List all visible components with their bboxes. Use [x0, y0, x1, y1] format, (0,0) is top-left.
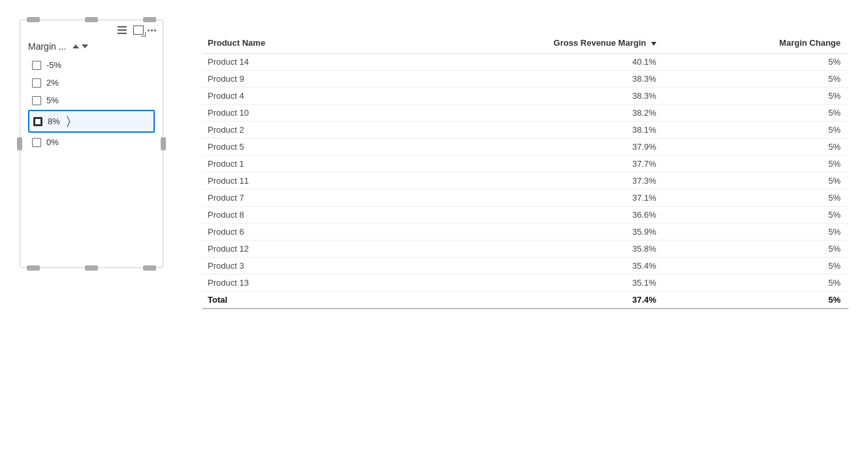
cell-margin-1: 38.3%: [378, 71, 664, 88]
cell-product-2: Product 4: [202, 88, 378, 105]
filter-item-1[interactable]: 2%: [28, 75, 155, 91]
resize-handle-left[interactable]: [17, 137, 22, 150]
table-row: Product 8 36.6% 5%: [202, 207, 848, 224]
cell-margin-11: 35.8%: [378, 241, 664, 258]
table-row: Product 3 35.4% 5%: [202, 258, 848, 275]
cell-product-11: Product 12: [202, 241, 378, 258]
sort-icons: [72, 44, 88, 48]
cell-change-12: 5%: [664, 258, 848, 275]
table-total-row: Total 37.4% 5%: [202, 292, 848, 309]
resize-icon[interactable]: [133, 25, 144, 35]
cell-margin-3: 38.2%: [378, 105, 664, 122]
filter-label-2: 5%: [46, 95, 59, 105]
table-header-row: Product Name Gross Revenue Margin Margin…: [202, 33, 848, 54]
cell-change-10: 5%: [664, 224, 848, 241]
table-row: Product 2 38.1% 5%: [202, 122, 848, 139]
panel-top-icons: [24, 25, 159, 35]
filter-label-1: 2%: [46, 78, 59, 88]
checkbox-2[interactable]: [32, 96, 41, 105]
table-row: Product 13 35.1% 5%: [202, 275, 848, 292]
table-row: Product 7 37.1% 5%: [202, 190, 848, 207]
lines-icon[interactable]: [118, 26, 127, 34]
cell-margin-12: 35.4%: [378, 258, 664, 275]
cell-change-4: 5%: [664, 122, 848, 139]
filter-item-4[interactable]: 0%: [28, 134, 155, 150]
filter-item-2[interactable]: 5%: [28, 92, 155, 109]
filter-label-0: -5%: [46, 60, 61, 70]
resize-handle-bottom-right[interactable]: [143, 265, 156, 271]
cell-product-12: Product 3: [202, 258, 378, 275]
cell-change-7: 5%: [664, 173, 848, 190]
col-header-product: Product Name: [202, 33, 378, 54]
resize-handle-bottom-left[interactable]: [27, 265, 40, 271]
table-row: Product 11 37.3% 5%: [202, 173, 848, 190]
filter-item-0[interactable]: -5%: [28, 57, 155, 73]
filter-label-3: 8%: [48, 116, 60, 126]
table-row: Product 14 40.1% 5%: [202, 54, 848, 71]
cell-change-6: 5%: [664, 156, 848, 173]
data-table: Product Name Gross Revenue Margin Margin…: [202, 33, 848, 309]
total-label: Total: [202, 292, 378, 309]
more-options-icon[interactable]: [148, 29, 156, 31]
cell-margin-2: 38.3%: [378, 88, 664, 105]
cell-margin-8: 37.1%: [378, 190, 664, 207]
cell-change-11: 5%: [664, 241, 848, 258]
table-row: Product 9 38.3% 5%: [202, 71, 848, 88]
checkbox-1[interactable]: [32, 78, 41, 88]
cell-product-8: Product 7: [202, 190, 378, 207]
cell-margin-4: 38.1%: [378, 122, 664, 139]
resize-handle-bottom-center[interactable]: [85, 265, 98, 271]
cell-product-13: Product 13: [202, 275, 378, 292]
panel-header: Margin ...: [24, 39, 159, 57]
cell-margin-0: 40.1%: [378, 54, 664, 71]
filter-item-3[interactable]: 8% 〉: [28, 110, 155, 133]
resize-handle-top-left[interactable]: [27, 17, 40, 22]
filter-panel: Margin ... -5% 2% 5% 8% 〉 0%: [20, 20, 163, 268]
cell-change-1: 5%: [664, 71, 848, 88]
cell-change-3: 5%: [664, 105, 848, 122]
cursor-hand-icon: 〉: [67, 114, 71, 128]
cell-change-0: 5%: [664, 54, 848, 71]
col-header-margin[interactable]: Gross Revenue Margin: [378, 33, 664, 54]
cell-product-10: Product 6: [202, 224, 378, 241]
table-row: Product 10 38.2% 5%: [202, 105, 848, 122]
table-row: Product 4 38.3% 5%: [202, 88, 848, 105]
cell-product-3: Product 10: [202, 105, 378, 122]
cell-product-4: Product 2: [202, 122, 378, 139]
resize-handle-right[interactable]: [161, 137, 166, 150]
cell-margin-9: 36.6%: [378, 207, 664, 224]
checkbox-3[interactable]: [33, 117, 42, 126]
filter-items: -5% 2% 5% 8% 〉 0%: [24, 57, 159, 150]
checkbox-4[interactable]: [32, 138, 41, 147]
panel-title: Margin ...: [28, 41, 66, 52]
table-row: Product 12 35.8% 5%: [202, 241, 848, 258]
resize-handle-top-center[interactable]: [85, 17, 98, 22]
cell-product-5: Product 5: [202, 139, 378, 156]
total-change: 5%: [664, 292, 848, 309]
cell-product-9: Product 8: [202, 207, 378, 224]
sort-descending-icon[interactable]: [82, 44, 88, 48]
table-row: Product 6 35.9% 5%: [202, 224, 848, 241]
table-row: Product 5 37.9% 5%: [202, 139, 848, 156]
cell-change-8: 5%: [664, 190, 848, 207]
cell-change-5: 5%: [664, 139, 848, 156]
table-row: Product 1 37.7% 5%: [202, 156, 848, 173]
cell-change-13: 5%: [664, 275, 848, 292]
resize-handle-top-right[interactable]: [143, 17, 156, 22]
cell-product-0: Product 14: [202, 54, 378, 71]
total-margin: 37.4%: [378, 292, 664, 309]
sort-arrow-icon: [651, 42, 656, 46]
cell-product-7: Product 11: [202, 173, 378, 190]
cell-margin-13: 35.1%: [378, 275, 664, 292]
cell-margin-5: 37.9%: [378, 139, 664, 156]
cell-product-6: Product 1: [202, 156, 378, 173]
filter-label-4: 0%: [46, 137, 59, 147]
checkbox-0[interactable]: [32, 61, 41, 70]
cell-change-2: 5%: [664, 88, 848, 105]
sort-ascending-icon[interactable]: [72, 44, 79, 48]
cell-margin-10: 35.9%: [378, 224, 664, 241]
col-header-change: Margin Change: [664, 33, 848, 54]
data-table-container: Product Name Gross Revenue Margin Margin…: [202, 33, 848, 309]
cell-margin-6: 37.7%: [378, 156, 664, 173]
cell-product-1: Product 9: [202, 71, 378, 88]
